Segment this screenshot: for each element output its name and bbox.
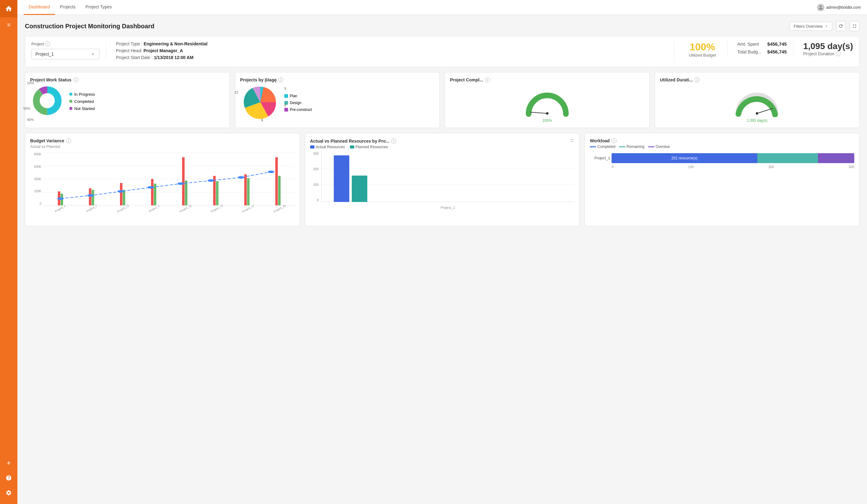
stage-info-icon: i [278,77,283,82]
trend-line-svg [44,152,295,205]
filters-overview-button[interactable]: Filters Overview [790,22,832,31]
svg-line-6 [757,108,772,114]
duration-info-icon: i [836,51,841,56]
sidebar-logo[interactable] [0,0,18,18]
stage-chart-container: 1 2 3 4 8 12 [240,84,435,122]
tab-project-types[interactable]: Project Types [81,0,117,15]
sidebar-settings-icon[interactable] [2,486,15,499]
actual-resources-legend: Actual Resources [310,145,345,149]
svg-point-11 [147,186,154,189]
planned-resources-legend: Planned Resources [350,145,388,149]
sidebar-menu-icon[interactable]: ≡ [0,19,18,31]
dashboard-title: Construction Project Monitoring Dashboar… [25,23,154,30]
budget-x-labels: Project_4 Project_7 Project_21 Project_3… [44,206,295,221]
duration-value: 1,095 day(s) [803,41,853,51]
stage-legend-design: Design [284,101,312,105]
actual-vs-planned-expand-icon[interactable] [570,138,574,143]
project-type-line: Project Type : Engineering & Non-Residen… [116,41,667,46]
project-select[interactable]: Project_1 [31,49,99,60]
info-row: Project i Project_1 Project Type : Engin… [25,36,859,67]
svg-point-14 [238,176,245,179]
legend-not-started: Not Started [69,106,95,111]
duration-card: 1,095 day(s) Project Duration i [797,41,853,56]
workload-chart-area: Project_1 201 resource(s) [590,152,854,176]
budget-variance-widget: Budget Variance i Actual vs Planned 800K… [25,133,300,226]
actual-vs-planned-info-icon: i [391,139,396,143]
workload-x-labels: 0 100 200 300 [590,165,854,169]
tab-projects[interactable]: Projects [55,0,81,15]
actual-vs-planned-chart: 300 200 100 0 [310,152,575,211]
legend-completed: Completed [69,99,95,104]
workload-legend-completed: Completed [590,144,615,149]
dashboard-actions: Filters Overview [790,21,859,31]
svg-line-4 [531,112,547,114]
actual-vs-planned-title: Actual vs Planned Resources by Pro... i [310,138,575,143]
workload-overdue-segment [818,153,854,163]
duration-label: Project Duration i [803,51,853,56]
project-work-status-widget: Project Work Status i 10% 50% 40% [25,72,230,128]
project-completion-widget: Project Compl... i 100% [445,72,650,128]
budget-variance-subtitle: Actual vs Planned [30,144,295,149]
dashboard-content: Construction Project Monitoring Dashboar… [18,15,867,504]
workload-bar-track: 201 resource(s) [612,153,854,163]
actual-vs-planned-widget: Actual vs Planned Resources by Pro... i … [305,133,580,226]
workload-widget: Workload i Completed Remaining Ov [585,133,859,226]
tab-dashboard[interactable]: Dashboard [24,0,55,15]
svg-point-15 [268,171,275,173]
duration-gauge-value: 1,095 day(s) [747,118,768,123]
svg-point-12 [178,182,184,185]
top-navigation: Dashboard Projects Project Types admin@b… [18,0,867,15]
project-filter-label: Project i [31,41,99,46]
work-status-legend: In Progress Completed Not Started [69,92,95,111]
planned-resources-bar [352,175,367,202]
expand-button[interactable] [849,21,859,31]
budget-pct-label: Utilized Budget [684,53,721,57]
user-avatar [817,4,824,11]
work-status-title: Project Work Status i [30,77,225,82]
sidebar-help-icon[interactable] [2,472,15,484]
amounts-card: Amt. Spent $456,745 Total Budg... $456,7… [731,41,793,57]
workload-bar-row: Project_1 201 resource(s) [590,153,854,163]
workload-title: Workload i [590,138,854,143]
duration-widget-info-icon: i [695,77,699,82]
sidebar-add-icon[interactable] [2,457,15,469]
duration-widget-title: Utilized Durati... i [660,77,855,82]
actual-vs-planned-legend: Actual Resources Planned Resources [310,145,575,149]
completion-title: Project Compl... i [450,77,644,82]
project-details-card: Project Type : Engineering & Non-Residen… [110,41,674,62]
actual-vs-planned-bars [321,152,575,202]
budget-variance-info-icon: i [66,138,71,143]
stage-pie-chart-svg [240,84,281,121]
project-start-line: Project Start Date : 1/13/2018 12:00 AM [116,55,667,60]
sidebar: ≡ [0,0,18,504]
project-info-icon: i [45,41,50,46]
projects-by-stage-title: Projects by Stage i [240,77,435,82]
actual-resources-bar [334,156,349,202]
completion-gauge: 100% [450,84,644,123]
workload-remaining-segment [757,153,818,163]
workload-legend: Completed Remaining Overdue [590,144,854,149]
workload-legend-remaining: Remaining [619,144,644,149]
widget-row-2: Budget Variance i Actual vs Planned 800K… [25,133,859,226]
svg-point-7 [756,112,758,115]
workload-legend-overdue: Overdue [648,144,670,149]
user-info: admin@boldbi.com [817,4,861,11]
budget-pct-value: 100% [684,41,721,53]
svg-point-13 [207,179,214,182]
svg-point-5 [546,112,548,115]
amt-spent-row: Amt. Spent $456,745 [737,41,787,46]
donut-chart-svg [30,84,64,118]
project-head-line: Project Head: Project Manager_A [116,48,667,53]
refresh-button[interactable] [836,21,846,31]
stage-legend-pre-construct: Pre-construct [284,108,312,112]
nav-tabs: Dashboard Projects Project Types [24,0,817,15]
svg-point-10 [117,190,124,193]
completion-gauge-svg [522,86,572,117]
completion-info-icon: i [485,77,490,82]
budget-variance-title: Budget Variance i [30,138,295,143]
svg-point-3 [40,93,55,108]
legend-in-progress: In Progress [69,92,95,97]
projects-by-stage-widget: Projects by Stage i 1 2 3 4 8 12 [235,72,440,128]
svg-point-9 [87,194,94,197]
main-content: Dashboard Projects Project Types admin@b… [18,0,867,504]
